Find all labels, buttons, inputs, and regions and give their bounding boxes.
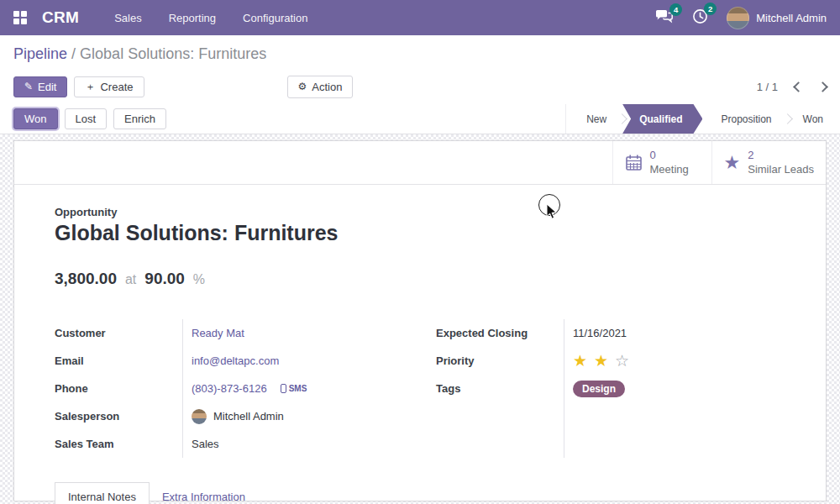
create-button[interactable]: ＋ Create <box>74 76 144 97</box>
opportunity-title: Global Solutions: Furnitures <box>55 221 785 245</box>
mark-won-button[interactable]: Won <box>13 108 58 129</box>
percent-sign: % <box>193 272 205 287</box>
meeting-stat-button[interactable]: 0 Meeting <box>612 141 711 184</box>
revenue-line: 3,800.00 at 90.00 % <box>55 270 785 288</box>
notebook-tabs: Internal Notes Extra Information <box>55 482 785 504</box>
expected-closing-value[interactable]: 11/16/2021 <box>573 327 627 339</box>
customer-value-link[interactable]: Ready Mat <box>192 327 244 339</box>
star-filled-icon[interactable]: ★ <box>594 353 608 369</box>
breadcrumb-current: Global Solutions: Furnitures <box>80 45 266 62</box>
field-column-left: Customer Email Phone Salesperson Sales T… <box>55 319 423 458</box>
meeting-label: Meeting <box>650 163 689 176</box>
tag-design[interactable]: Design <box>573 381 625 397</box>
stage-won[interactable]: Won <box>786 104 840 134</box>
tab-internal-notes[interactable]: Internal Notes <box>55 482 150 504</box>
pager-next-button[interactable] <box>817 81 828 92</box>
stage-pipeline: New Qualified Proposition Won <box>565 104 840 134</box>
breadcrumb-row: Pipeline / Global Solutions: Furnitures <box>0 35 840 72</box>
user-avatar <box>727 7 749 29</box>
tags-field-label: Tags <box>436 375 564 402</box>
tab-extra-information[interactable]: Extra Information <box>150 483 258 504</box>
phone-field-label: Phone <box>55 375 182 402</box>
statusbar: Won Lost Enrich New Qualified Propositio… <box>0 104 840 134</box>
pager-previous-button[interactable] <box>793 81 804 92</box>
activities-button[interactable]: 2 <box>692 8 708 28</box>
star-icon: ★ <box>724 152 741 174</box>
at-label: at <box>125 272 136 287</box>
edit-button[interactable]: ✎ Edit <box>13 76 67 97</box>
nav-menu-sales[interactable]: Sales <box>101 12 155 24</box>
meeting-count: 0 <box>650 149 689 162</box>
won-button-label: Won <box>24 113 47 125</box>
similar-leads-stat-button[interactable]: ★ 2 Similar Leads <box>711 141 827 184</box>
similar-leads-label: Similar Leads <box>748 163 814 176</box>
expected-closing-field-label: Expected Closing <box>436 319 564 347</box>
sms-label: SMS <box>289 384 307 393</box>
stat-button-strip: 0 Meeting ★ 2 Similar Leads <box>14 141 826 185</box>
sms-button[interactable]: SMS <box>281 384 307 393</box>
plus-icon: ＋ <box>85 81 95 92</box>
priority-stars: ★ ★ ☆ <box>564 347 785 375</box>
messages-count-badge: 4 <box>669 3 682 16</box>
enrich-button[interactable]: Enrich <box>113 108 166 129</box>
apps-menu-icon[interactable] <box>13 11 27 24</box>
breadcrumb-parent[interactable]: Pipeline <box>13 45 67 62</box>
pager-value: 1 / 1 <box>757 81 778 93</box>
breadcrumb-separator: / <box>71 45 76 62</box>
pager: 1 / 1 <box>757 81 827 93</box>
salesperson-field-label: Salesperson <box>55 402 182 430</box>
phone-value-link[interactable]: (803)-873-6126 <box>192 382 267 395</box>
top-navbar: CRM Sales Reporting Configuration 4 2 <box>0 0 840 35</box>
salesperson-avatar <box>192 409 207 424</box>
edit-button-label: Edit <box>38 81 56 93</box>
field-column-right: Expected Closing Priority Tags 11/16/202… <box>436 319 785 458</box>
salesperson-value[interactable]: Mitchell Admin <box>213 410 284 423</box>
action-button-label: Action <box>312 81 342 93</box>
app-brand[interactable]: CRM <box>42 8 79 27</box>
stage-new[interactable]: New <box>570 104 623 134</box>
star-filled-icon[interactable]: ★ <box>573 353 587 369</box>
customer-field-label: Customer <box>55 319 182 347</box>
priority-field-label: Priority <box>436 347 564 375</box>
probability-value: 90.00 <box>144 270 185 288</box>
email-field-label: Email <box>55 347 182 375</box>
sales-team-field-label: Sales Team <box>55 430 182 458</box>
sales-team-value[interactable]: Sales <box>192 438 219 450</box>
lost-button-label: Lost <box>76 113 97 125</box>
nav-menu-configuration[interactable]: Configuration <box>229 12 321 24</box>
record-card: 0 Meeting ★ 2 Similar Leads Opportunity … <box>13 140 827 501</box>
create-button-label: Create <box>100 81 133 93</box>
messages-button[interactable]: 4 <box>655 9 674 27</box>
record-type-label: Opportunity <box>55 206 785 218</box>
gear-icon: ⚙ <box>298 81 307 92</box>
record-sheet: Opportunity Global Solutions: Furnitures… <box>14 185 826 504</box>
email-value-link[interactable]: info@deltapc.com <box>192 354 279 367</box>
nav-menu-reporting[interactable]: Reporting <box>155 12 229 24</box>
activities-count-badge: 2 <box>704 3 717 15</box>
expected-revenue: 3,800.00 <box>55 270 117 288</box>
user-menu[interactable]: Mitchell Admin <box>727 7 827 29</box>
pencil-icon: ✎ <box>24 81 33 92</box>
breadcrumb: Pipeline / Global Solutions: Furnitures <box>13 45 827 63</box>
enrich-button-label: Enrich <box>124 113 155 125</box>
star-empty-icon[interactable]: ☆ <box>615 353 629 369</box>
control-panel: ✎ Edit ＋ Create ⚙ Action 1 / 1 <box>0 72 840 104</box>
action-button[interactable]: ⚙ Action <box>287 76 354 98</box>
calendar-icon <box>625 154 643 171</box>
user-name: Mitchell Admin <box>756 12 827 24</box>
similar-leads-count: 2 <box>748 149 814 162</box>
stage-proposition[interactable]: Proposition <box>704 104 788 134</box>
mobile-phone-icon <box>281 384 286 393</box>
stage-qualified-active[interactable]: Qualified <box>622 104 702 134</box>
field-groups: Customer Email Phone Salesperson Sales T… <box>55 319 785 458</box>
mark-lost-button[interactable]: Lost <box>65 108 108 129</box>
form-background: 0 Meeting ★ 2 Similar Leads Opportunity … <box>0 134 840 504</box>
